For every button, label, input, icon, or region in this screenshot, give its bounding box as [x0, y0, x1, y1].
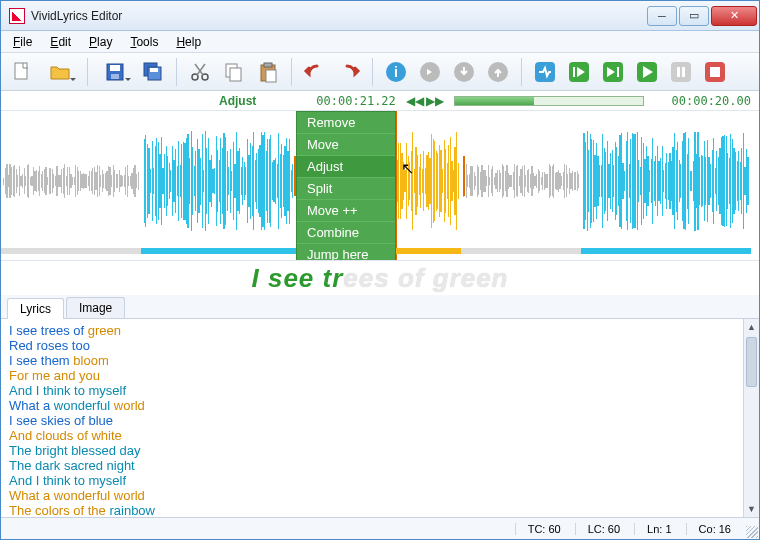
tab-image[interactable]: Image — [66, 297, 125, 318]
lyric-line[interactable]: What a wonderful world — [9, 398, 751, 413]
resize-grip[interactable] — [746, 526, 758, 538]
marker-button[interactable] — [530, 57, 560, 87]
svg-rect-25 — [671, 62, 691, 82]
toolbar-separator — [176, 58, 177, 86]
playhead[interactable] — [396, 111, 397, 260]
total-time: 00:00:20.00 — [672, 94, 751, 108]
menubar: File Edit Play Tools Help — [1, 31, 759, 53]
menu-tools[interactable]: Tools — [122, 33, 166, 51]
svg-text:i: i — [394, 64, 398, 80]
lyric-line[interactable]: The bright blessed day — [9, 443, 751, 458]
seek-back-button[interactable]: ◀◀ — [406, 94, 424, 108]
redo-button[interactable] — [334, 57, 364, 87]
progress-fill — [455, 97, 534, 105]
svg-rect-3 — [111, 74, 119, 79]
lyric-line[interactable]: I see skies of blue — [9, 413, 751, 428]
lyric-line[interactable]: The colors of the rainbow — [9, 503, 751, 517]
open-file-button[interactable] — [41, 57, 79, 87]
save-button[interactable] — [96, 57, 134, 87]
copy-button[interactable] — [219, 57, 249, 87]
cursor-icon: ↖ — [401, 159, 414, 178]
lyric-line[interactable]: And clouds of white — [9, 428, 751, 443]
cut-button[interactable] — [185, 57, 215, 87]
context-menu-item[interactable]: Split — [297, 178, 395, 200]
context-menu-item[interactable]: Jump here — [297, 244, 395, 261]
minimize-button[interactable]: ─ — [647, 6, 677, 26]
save-all-button[interactable] — [138, 57, 168, 87]
play-start-button[interactable] — [564, 57, 594, 87]
toolbar-separator — [521, 58, 522, 86]
audio-button[interactable] — [415, 57, 445, 87]
svg-rect-23 — [617, 67, 619, 77]
info-button[interactable]: i — [381, 57, 411, 87]
preview-unsung: ees of green — [343, 263, 508, 293]
stop-button[interactable] — [700, 57, 730, 87]
menu-help[interactable]: Help — [168, 33, 209, 51]
timebar: Adjust 00:00:21.22 ◀◀ ▶▶ 00:00:20.00 — [1, 91, 759, 111]
lyric-line[interactable]: The dark sacred night — [9, 458, 751, 473]
svg-rect-6 — [150, 68, 158, 72]
context-menu-item[interactable]: Adjust — [297, 156, 395, 178]
paste-button[interactable] — [253, 57, 283, 87]
context-menu-item[interactable]: Remove — [297, 112, 395, 134]
preview-sung: I see tr — [252, 263, 344, 293]
seek-forward-button[interactable]: ▶▶ — [426, 94, 444, 108]
scroll-up-button[interactable]: ▲ — [744, 319, 759, 335]
segment-handle-right[interactable] — [463, 156, 465, 196]
close-button[interactable]: ✕ — [711, 6, 757, 26]
context-menu-item[interactable]: Move ++ — [297, 200, 395, 222]
toolbar-separator — [372, 58, 373, 86]
scrollbar-thumb[interactable] — [746, 337, 757, 387]
maximize-button[interactable]: ▭ — [679, 6, 709, 26]
app-icon — [9, 8, 25, 24]
svg-rect-0 — [15, 63, 27, 79]
lyric-line[interactable]: And I think to myself — [9, 383, 751, 398]
toolbar-separator — [87, 58, 88, 86]
menu-play[interactable]: Play — [81, 33, 120, 51]
waveform-segment[interactable] — [461, 123, 581, 239]
status-co: Co: 16 — [686, 523, 743, 535]
menu-file[interactable]: File — [5, 33, 40, 51]
svg-rect-27 — [682, 67, 685, 77]
window-title: VividLyrics Editor — [31, 9, 647, 23]
lyric-line[interactable]: For me and you — [9, 368, 751, 383]
scroll-down-button[interactable]: ▼ — [744, 501, 759, 517]
waveform-segment[interactable] — [141, 123, 296, 239]
titlebar[interactable]: VividLyrics Editor ─ ▭ ✕ — [1, 1, 759, 31]
current-time: 00:00:21.22 — [316, 94, 395, 108]
pause-button[interactable] — [666, 57, 696, 87]
play-end-button[interactable] — [598, 57, 628, 87]
lyric-preview: I see trees of green — [1, 261, 759, 295]
svg-rect-13 — [266, 70, 276, 82]
lyric-line[interactable]: I see trees of green — [9, 323, 751, 338]
context-menu-item[interactable]: Move — [297, 134, 395, 156]
upload-button[interactable] — [483, 57, 513, 87]
svg-rect-21 — [573, 67, 575, 77]
vertical-scrollbar[interactable]: ▲ ▼ — [743, 319, 759, 517]
toolbar: i — [1, 53, 759, 91]
download-button[interactable] — [449, 57, 479, 87]
lyric-line[interactable]: Red roses too — [9, 338, 751, 353]
app-window: VividLyrics Editor ─ ▭ ✕ File Edit Play … — [0, 0, 760, 540]
undo-button[interactable] — [300, 57, 330, 87]
progress-bar[interactable] — [454, 96, 644, 106]
editor-tabs: Lyrics Image — [1, 295, 759, 319]
menu-edit[interactable]: Edit — [42, 33, 79, 51]
lyrics-editor[interactable]: I see trees of greenRed roses tooI see t… — [1, 319, 759, 517]
status-lc: LC: 60 — [575, 523, 632, 535]
lyric-line[interactable]: I see them bloom — [9, 353, 751, 368]
status-ln: Ln: 1 — [634, 523, 683, 535]
waveform-segment[interactable] — [1, 123, 141, 239]
lyric-line[interactable]: And I think to myself — [9, 473, 751, 488]
chevron-down-icon — [125, 78, 131, 84]
svg-rect-12 — [264, 63, 272, 67]
waveform-area[interactable]: RemoveMoveAdjustSplitMove ++CombineJump … — [1, 111, 759, 261]
status-tc: TC: 60 — [515, 523, 573, 535]
waveform-segment[interactable] — [581, 123, 751, 239]
svg-rect-10 — [230, 68, 241, 81]
tab-lyrics[interactable]: Lyrics — [7, 298, 64, 319]
new-file-button[interactable] — [7, 57, 37, 87]
play-button[interactable] — [632, 57, 662, 87]
context-menu-item[interactable]: Combine — [297, 222, 395, 244]
lyric-line[interactable]: What a wonderful world — [9, 488, 751, 503]
